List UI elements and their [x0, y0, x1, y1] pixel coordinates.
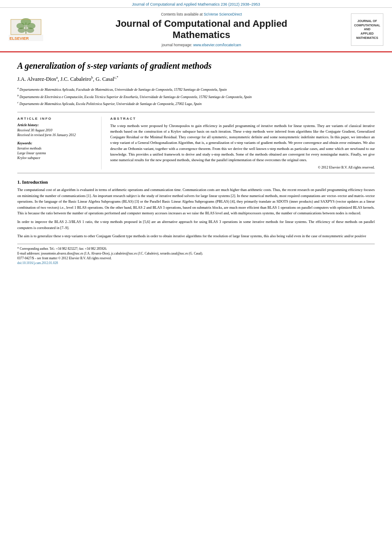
- affiliation-a: a Departamento de Matemática Aplicada, F…: [17, 86, 375, 92]
- journal-title: Journal of Computational and Applied Mat…: [52, 18, 351, 41]
- authors: J.A. Alvarez-Diosa, J.C. Cabaleirob, G. …: [17, 76, 375, 83]
- svg-text:ELSEVIER: ELSEVIER: [10, 36, 29, 41]
- journal-homepage: journal homepage: www.elsevier.com/locat…: [52, 43, 351, 47]
- affiliations: a Departamento de Matemática Aplicada, F…: [17, 86, 375, 107]
- article-info-col: ARTICLE INFO Article history: Received 3…: [17, 117, 102, 169]
- journal-citation-link[interactable]: Journal of Computational and Applied Mat…: [132, 2, 260, 6]
- email-note: E-mail addresses: joseantonio.alvarez.di…: [17, 252, 375, 255]
- journal-title-line2: Mathematics: [172, 29, 230, 40]
- article-history-label: Article history:: [17, 123, 95, 127]
- copyright: © 2012 Elsevier B.V. All rights reserved…: [110, 166, 375, 169]
- main-content: A generalization of s-step variants of g…: [0, 52, 392, 274]
- keyword-3: Krylov subspace: [17, 156, 95, 160]
- keywords-label: Keywords:: [17, 141, 95, 145]
- introduction-title: 1. Introduction: [17, 179, 375, 185]
- journal-right-logo: JOURNAL OFCOMPUTATIONAL ANDAPPLIEDMATHEM…: [351, 13, 383, 46]
- footer: * Corresponding author. Tel.: +34 982 82…: [17, 244, 375, 265]
- divider-2: [17, 173, 375, 173]
- abstract-heading: ABSTRACT: [110, 117, 375, 121]
- abstract-text: The s-step methods were proposed by Chro…: [110, 123, 375, 163]
- journal-center: Contents lists available at SciVerse Sci…: [52, 12, 351, 47]
- article-title: A generalization of s-step variants of g…: [17, 60, 375, 71]
- abstract-paragraph: The s-step methods were proposed by Chro…: [110, 123, 375, 163]
- section-number: 1.: [17, 179, 21, 185]
- homepage-text: journal homepage:: [162, 43, 192, 47]
- article-revised: Received in revised form 16 January 2012: [17, 133, 95, 137]
- homepage-link[interactable]: www.elsevier.com/locate/cam: [193, 43, 241, 47]
- article-info-heading: ARTICLE INFO: [17, 117, 95, 121]
- corresponding-author-note: * Corresponding author. Tel.: +34 982 82…: [17, 247, 375, 251]
- introduction-section: 1. Introduction The computational cost o…: [17, 179, 375, 239]
- contents-line: Contents lists available at SciVerse Sci…: [52, 12, 351, 16]
- article-info-abstract: ARTICLE INFO Article history: Received 3…: [17, 117, 375, 169]
- sciverse-link[interactable]: SciVerse ScienceDirect: [204, 12, 242, 16]
- journal-title-line1: Journal of Computational and Applied: [115, 18, 287, 29]
- section-title-text: Introduction: [22, 179, 48, 185]
- svg-point-8: [26, 28, 34, 33]
- abstract-col: ABSTRACT The s-step methods were propose…: [110, 117, 375, 169]
- intro-paragraph-2: In order to improve the BLAS 2–3/BLAS 1 …: [17, 219, 375, 231]
- top-bar: Journal of Computational and Applied Mat…: [0, 0, 392, 8]
- intro-paragraph-1: The computational cost of an algorithm i…: [17, 187, 375, 217]
- divider-1: [17, 112, 375, 112]
- journal-header: ELSEVIER Contents lists available at Sci…: [0, 8, 392, 52]
- doi-note: doi:10.1016/j.cam.2012.01.028: [17, 261, 375, 265]
- keyword-2: Large linear systems: [17, 151, 95, 155]
- affiliation-b: b Departamento de Electrónica e Computac…: [17, 93, 375, 100]
- keyword-1: Iterative methods: [17, 146, 95, 150]
- license-note: 0377-0427/$ – see front matter © 2012 El…: [17, 256, 375, 260]
- contents-text: Contents lists available at: [161, 12, 202, 16]
- elsevier-logo: ELSEVIER: [9, 17, 43, 42]
- intro-paragraph-3: The aim is to generalize these s-step va…: [17, 233, 375, 239]
- svg-point-7: [18, 28, 25, 33]
- affiliation-c: c Departamento de Matemática Aplicada, E…: [17, 100, 375, 107]
- article-received: Received 30 August 2010: [17, 128, 95, 132]
